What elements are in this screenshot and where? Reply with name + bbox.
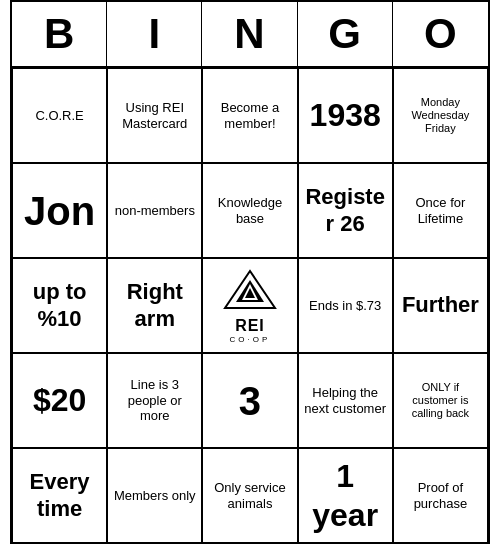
bingo-cell-14: Further (393, 258, 488, 353)
rei-text: REI (235, 316, 265, 335)
bingo-cell-5: Jon (12, 163, 107, 258)
bingo-cell-0: C.O.R.E (12, 68, 107, 163)
bingo-cell-24: Proof of purchase (393, 448, 488, 543)
header-n: N (202, 2, 297, 66)
bingo-cell-1: Using REI Mastercard (107, 68, 202, 163)
bingo-cell-3: 1938 (298, 68, 393, 163)
bingo-header: B I N G O (12, 2, 488, 68)
bingo-card: B I N G O C.O.R.EUsing REI MastercardBec… (10, 0, 490, 544)
rei-logo-image: REI CO·OP (220, 266, 280, 345)
bingo-cell-13: Ends in $.73 (298, 258, 393, 353)
bingo-cell-16: Line is 3 people or more (107, 353, 202, 448)
bingo-cell-2: Become a member! (202, 68, 297, 163)
bingo-cell-9: Once for Lifetime (393, 163, 488, 258)
bingo-cell-4: Monday Wednesday Friday (393, 68, 488, 163)
rei-coop-text: CO·OP (230, 335, 271, 345)
bingo-cell-20: Every time (12, 448, 107, 543)
bingo-cell-8: Register 26 (298, 163, 393, 258)
bingo-grid: C.O.R.EUsing REI MastercardBecome a memb… (12, 68, 488, 543)
bingo-cell-23: 1 year (298, 448, 393, 543)
bingo-cell-17: 3 (202, 353, 297, 448)
bingo-cell-15: $20 (12, 353, 107, 448)
bingo-cell-6: non-members (107, 163, 202, 258)
header-o: O (393, 2, 488, 66)
bingo-cell-12: REI CO·OP (202, 258, 297, 353)
bingo-cell-22: Only service animals (202, 448, 297, 543)
bingo-cell-18: Helping the next customer (298, 353, 393, 448)
bingo-cell-11: Right arm (107, 258, 202, 353)
bingo-cell-21: Members only (107, 448, 202, 543)
header-g: G (298, 2, 393, 66)
header-i: I (107, 2, 202, 66)
bingo-cell-10: up to %10 (12, 258, 107, 353)
header-b: B (12, 2, 107, 66)
bingo-cell-19: ONLY if customer is calling back (393, 353, 488, 448)
bingo-cell-7: Knowledge base (202, 163, 297, 258)
